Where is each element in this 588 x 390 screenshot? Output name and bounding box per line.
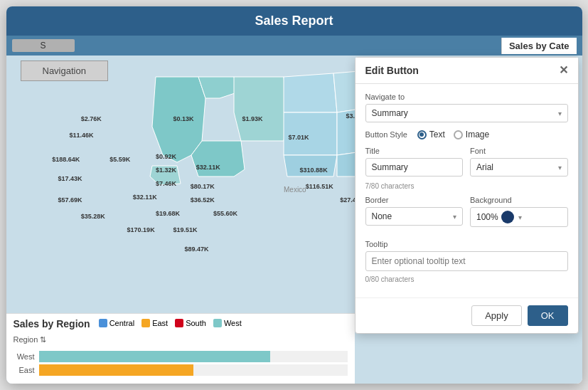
- font-chevron: ▾: [558, 164, 562, 172]
- map-label: $0.92K: [156, 153, 176, 160]
- font-value: Arial: [476, 162, 493, 172]
- font-select[interactable]: Arial ▾: [470, 158, 568, 176]
- left-tab[interactable]: S: [12, 39, 75, 52]
- map-label: $7.46K: [156, 180, 176, 187]
- title-font-row: Title Summary Font Arial ▾: [365, 147, 568, 176]
- border-col: Border None ▾: [365, 196, 464, 233]
- color-swatch[interactable]: [501, 211, 514, 223]
- map-label: $188.64K: [52, 156, 80, 163]
- map-label: $2.76K: [81, 115, 102, 122]
- tooltip-char-count: 0/80 characters: [365, 275, 568, 283]
- border-label: Border: [365, 196, 464, 204]
- dialog-header: Edit Button ✕: [356, 58, 578, 84]
- map-label: $310.88K: [300, 167, 328, 174]
- legend-label-west: West: [224, 319, 242, 327]
- legend-dot-east: [141, 319, 150, 327]
- font-field-label: Font: [470, 147, 568, 155]
- dialog-footer: Apply OK: [356, 297, 578, 333]
- navigate-to-chevron: ▾: [558, 110, 562, 117]
- bar-fill-west: [39, 351, 271, 362]
- map-label: $5.59K: [109, 156, 130, 163]
- bar-label-west: West: [14, 352, 35, 361]
- map-label: $32.11K: [133, 194, 157, 201]
- title-select[interactable]: Summary: [365, 158, 464, 176]
- region-filter[interactable]: Region ⇅: [14, 335, 348, 344]
- right-tab[interactable]: Sales by Cate: [501, 38, 577, 54]
- font-col: Font Arial ▾: [470, 147, 568, 176]
- radio-image-circle[interactable]: [454, 130, 463, 139]
- bar-section: West East: [14, 347, 348, 379]
- bar-track-west: [39, 351, 348, 362]
- apply-button[interactable]: Apply: [471, 305, 522, 326]
- map-label: $89.47K: [185, 246, 209, 253]
- map-label: $17.43K: [58, 175, 82, 182]
- bar-row-west: West: [14, 351, 348, 362]
- bar-fill-east: [39, 364, 193, 376]
- map-label: $55.60K: [213, 210, 237, 217]
- edit-button-dialog: Edit Button ✕ Navigate to Summary ▾ Butt…: [355, 57, 579, 334]
- bottom-sales-section: Sales by Region Central East South: [6, 313, 355, 384]
- radio-text[interactable]: Text: [417, 130, 445, 139]
- map-label: $116.51K: [306, 183, 333, 190]
- background-value: 100%: [476, 212, 498, 222]
- background-col: Background 100% ▾: [470, 196, 568, 227]
- dialog-close-button[interactable]: ✕: [559, 65, 568, 76]
- map-label: $0.13K: [173, 115, 193, 122]
- map-label: $57.69K: [58, 196, 82, 204]
- title-field-label: Title: [365, 147, 464, 155]
- map-label: $19.68K: [156, 210, 180, 217]
- map-label: $80.17K: [191, 183, 215, 190]
- legend-east: East: [141, 319, 168, 327]
- map-label: $36.52K: [191, 196, 215, 204]
- map-label: $35.28K: [81, 213, 105, 220]
- radio-text-label: Text: [429, 130, 445, 139]
- background-select[interactable]: 100% ▾: [470, 207, 568, 227]
- radio-image[interactable]: Image: [454, 130, 489, 139]
- legend-dot-west: [213, 319, 222, 327]
- app-header: Sales Report: [6, 6, 582, 36]
- tooltip-input[interactable]: [365, 251, 568, 271]
- navigate-to-value: Summary: [372, 108, 408, 118]
- map-label: $1.93K: [242, 115, 263, 122]
- background-chevron: ▾: [518, 214, 522, 221]
- button-style-row: Button Style Text Image: [365, 130, 568, 139]
- title-char-count: 7/80 characters: [365, 182, 568, 190]
- navigate-to-label: Navigate to: [365, 93, 568, 101]
- radio-text-circle[interactable]: [417, 130, 427, 139]
- border-bg-row: Border None ▾ Background 100% ▾: [365, 196, 568, 233]
- map-label: $1.32K: [156, 167, 176, 174]
- border-value: None: [372, 211, 392, 221]
- legend-south: South: [175, 319, 206, 327]
- dialog-body: Navigate to Summary ▾ Button Style Text: [356, 84, 578, 297]
- border-select[interactable]: None ▾: [365, 207, 464, 226]
- legend-label-south: South: [186, 319, 206, 327]
- ok-button[interactable]: OK: [528, 305, 568, 326]
- navigate-to-select[interactable]: Summary ▾: [365, 104, 568, 122]
- title-col: Title Summary: [365, 147, 464, 176]
- legend-dot-south: [175, 319, 183, 327]
- app-title: Sales Report: [255, 14, 333, 28]
- border-chevron: ▾: [453, 213, 456, 221]
- content-area: S Sales by Cate Navigation ✕ 📌: [6, 36, 582, 384]
- legend-central: Central: [99, 319, 134, 327]
- dialog-title: Edit Button: [365, 65, 419, 76]
- button-style-label: Button Style: [365, 130, 407, 139]
- bar-row-east: East: [14, 364, 348, 376]
- map-label: $11.46K: [70, 132, 94, 139]
- legend-label-central: Central: [109, 319, 134, 327]
- bar-track-east: [39, 364, 348, 376]
- radio-image-label: Image: [466, 130, 489, 139]
- title-value: Summary: [372, 162, 408, 172]
- legend: Central East South West: [99, 319, 242, 327]
- app-window: Sales Report S Sales by Cate Navigation …: [6, 6, 582, 384]
- map-label: $170.19K: [127, 226, 155, 233]
- map-label: $19.51K: [173, 226, 197, 233]
- background-label: Background: [470, 196, 568, 204]
- legend-label-east: East: [152, 319, 168, 327]
- radio-group: Text Image: [417, 130, 489, 139]
- legend-dot-central: [99, 319, 107, 327]
- legend-west: West: [213, 319, 242, 327]
- sales-by-region-title: Sales by Region: [14, 318, 90, 330]
- tooltip-label: Tooltip: [365, 240, 568, 248]
- map-top-bar: S Sales by Cate: [6, 36, 582, 56]
